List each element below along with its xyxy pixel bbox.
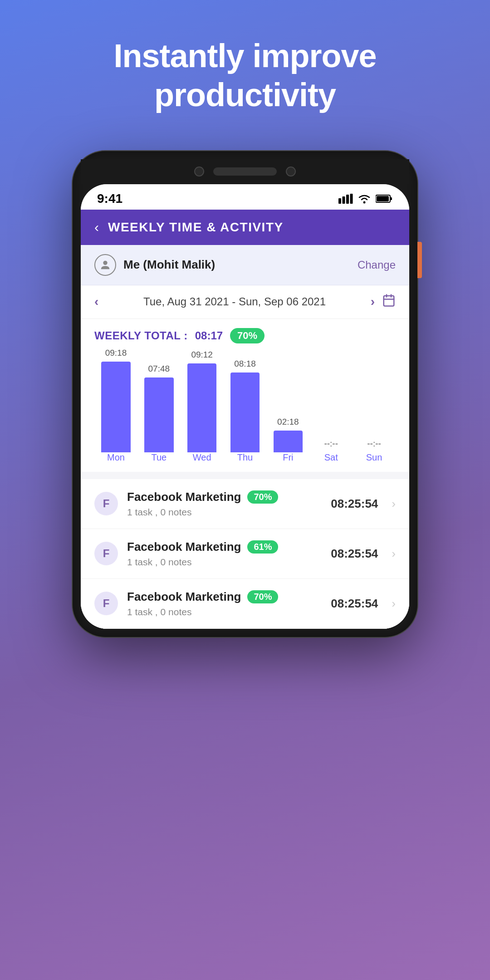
battery-icon bbox=[376, 194, 393, 203]
bar-label-wed: Wed bbox=[181, 452, 224, 463]
project-list: F Facebook Marketing 70% 1 task , 0 note… bbox=[81, 479, 409, 629]
project-name-2: Facebook Marketing bbox=[127, 590, 241, 604]
next-week-button[interactable]: › bbox=[371, 294, 375, 309]
speaker-grille bbox=[213, 167, 277, 176]
project-name-row-2: Facebook Marketing 70% bbox=[127, 590, 322, 604]
project-percent-2: 70% bbox=[247, 590, 278, 603]
app-content: Me (Mohit Malik) Change ‹ Tue, Aug 31 20… bbox=[81, 245, 409, 629]
bar-time-sat: --:-- bbox=[324, 439, 338, 449]
project-info-2: Facebook Marketing 70% 1 task , 0 notes bbox=[127, 590, 322, 617]
app-header-title: WEEKLY TIME & ACTIVITY bbox=[108, 220, 396, 235]
chart-bars-container: 09:1807:4809:1208:1802:18--:----:-- bbox=[90, 353, 400, 452]
bar-thu[interactable] bbox=[230, 372, 260, 452]
phone-screen: 9:41 bbox=[81, 184, 409, 629]
bar-col-fri: 02:18 bbox=[266, 417, 309, 452]
project-meta-2: 1 task , 0 notes bbox=[127, 607, 322, 617]
bar-col-thu: 08:18 bbox=[224, 359, 267, 452]
change-user-button[interactable]: Change bbox=[358, 259, 396, 271]
project-item-0[interactable]: F Facebook Marketing 70% 1 task , 0 note… bbox=[81, 479, 409, 529]
bar-mon[interactable] bbox=[101, 362, 131, 452]
status-icons bbox=[338, 194, 393, 204]
user-avatar bbox=[94, 254, 116, 276]
project-icon-2: F bbox=[94, 592, 118, 615]
user-icon bbox=[99, 259, 112, 271]
bar-col-mon: 09:18 bbox=[94, 348, 137, 452]
camera-dot-left bbox=[194, 167, 204, 176]
bar-label-mon: Mon bbox=[94, 452, 137, 463]
bar-label-sun: Sun bbox=[353, 452, 396, 463]
bar-time-fri: 02:18 bbox=[277, 417, 299, 427]
chart-labels-container: MonTueWedThuFriSatSun bbox=[90, 452, 400, 463]
bar-col-wed: 09:12 bbox=[181, 350, 224, 452]
project-item-1[interactable]: F Facebook Marketing 61% 1 task , 0 note… bbox=[81, 529, 409, 579]
project-arrow-0: › bbox=[392, 497, 396, 511]
bar-col-tue: 07:48 bbox=[137, 364, 181, 452]
phone-outer: 9:41 bbox=[73, 151, 417, 637]
project-arrow-2: › bbox=[392, 597, 396, 611]
project-name-row-1: Facebook Marketing 61% bbox=[127, 540, 322, 554]
weekly-total-row: WEEKLY TOTAL : 08:17 70% bbox=[81, 319, 409, 348]
weekly-total-time: 08:17 bbox=[195, 329, 223, 342]
user-bar: Me (Mohit Malik) Change bbox=[81, 245, 409, 285]
project-name-row-0: Facebook Marketing 70% bbox=[127, 490, 322, 504]
project-time-1: 08:25:54 bbox=[331, 547, 378, 561]
svg-rect-2 bbox=[346, 195, 349, 204]
svg-rect-9 bbox=[384, 296, 394, 306]
bar-label-tue: Tue bbox=[137, 452, 181, 463]
signal-icon bbox=[338, 194, 353, 204]
project-icon-1: F bbox=[94, 542, 118, 565]
weekly-total-label: WEEKLY TOTAL : bbox=[94, 329, 188, 342]
project-item-2[interactable]: F Facebook Marketing 70% 1 task , 0 note… bbox=[81, 579, 409, 629]
bar-col-sat: --:-- bbox=[309, 439, 353, 452]
project-name-0: Facebook Marketing bbox=[127, 490, 241, 504]
project-percent-0: 70% bbox=[247, 490, 278, 504]
project-info-0: Facebook Marketing 70% 1 task , 0 notes bbox=[127, 490, 322, 518]
project-meta-0: 1 task , 0 notes bbox=[127, 507, 322, 518]
bar-label-thu: Thu bbox=[224, 452, 267, 463]
bar-chart: 09:1807:4809:1208:1802:18--:----:-- MonT… bbox=[81, 348, 409, 472]
phone-mockup: 9:41 bbox=[73, 151, 417, 637]
back-button[interactable]: ‹ bbox=[94, 220, 99, 235]
hero-title: Instantly improve productivity bbox=[0, 0, 490, 142]
camera-dot-right bbox=[286, 167, 296, 176]
project-percent-1: 61% bbox=[247, 540, 278, 554]
bar-fri[interactable] bbox=[274, 431, 303, 452]
svg-rect-7 bbox=[377, 196, 389, 201]
bar-time-wed: 09:12 bbox=[191, 350, 213, 360]
bar-col-sun: --:-- bbox=[353, 439, 396, 452]
svg-rect-0 bbox=[338, 198, 341, 204]
project-meta-1: 1 task , 0 notes bbox=[127, 557, 322, 568]
bar-label-sat: Sat bbox=[309, 452, 353, 463]
project-time-2: 08:25:54 bbox=[331, 597, 378, 611]
svg-rect-6 bbox=[390, 197, 392, 200]
bar-time-mon: 09:18 bbox=[105, 348, 127, 358]
bar-time-sun: --:-- bbox=[367, 439, 381, 449]
calendar-button[interactable] bbox=[382, 294, 396, 310]
bar-time-thu: 08:18 bbox=[234, 359, 256, 369]
project-time-0: 08:25:54 bbox=[331, 497, 378, 511]
section-divider bbox=[81, 472, 409, 479]
date-navigator: ‹ Tue, Aug 31 2021 - Sun, Sep 06 2021 › bbox=[81, 285, 409, 319]
svg-point-4 bbox=[363, 201, 366, 203]
weekly-total-percent: 70% bbox=[230, 328, 265, 343]
svg-point-8 bbox=[103, 260, 107, 265]
status-bar: 9:41 bbox=[81, 184, 409, 210]
user-name: Me (Mohit Malik) bbox=[123, 258, 358, 272]
project-name-1: Facebook Marketing bbox=[127, 540, 241, 554]
svg-rect-1 bbox=[343, 196, 345, 204]
phone-notch bbox=[81, 159, 409, 184]
status-time: 9:41 bbox=[97, 191, 122, 206]
bar-tue[interactable] bbox=[144, 377, 174, 452]
project-info-1: Facebook Marketing 61% 1 task , 0 notes bbox=[127, 540, 322, 568]
project-icon-0: F bbox=[94, 492, 118, 515]
bar-time-tue: 07:48 bbox=[148, 364, 170, 374]
svg-rect-3 bbox=[350, 194, 353, 204]
prev-week-button[interactable]: ‹ bbox=[94, 294, 98, 309]
bar-wed[interactable] bbox=[187, 363, 217, 452]
bar-label-fri: Fri bbox=[266, 452, 309, 463]
app-header: ‹ WEEKLY TIME & ACTIVITY bbox=[81, 210, 409, 245]
wifi-icon bbox=[358, 194, 371, 204]
date-range-text: Tue, Aug 31 2021 - Sun, Sep 06 2021 bbox=[106, 295, 363, 308]
project-arrow-1: › bbox=[392, 547, 396, 561]
